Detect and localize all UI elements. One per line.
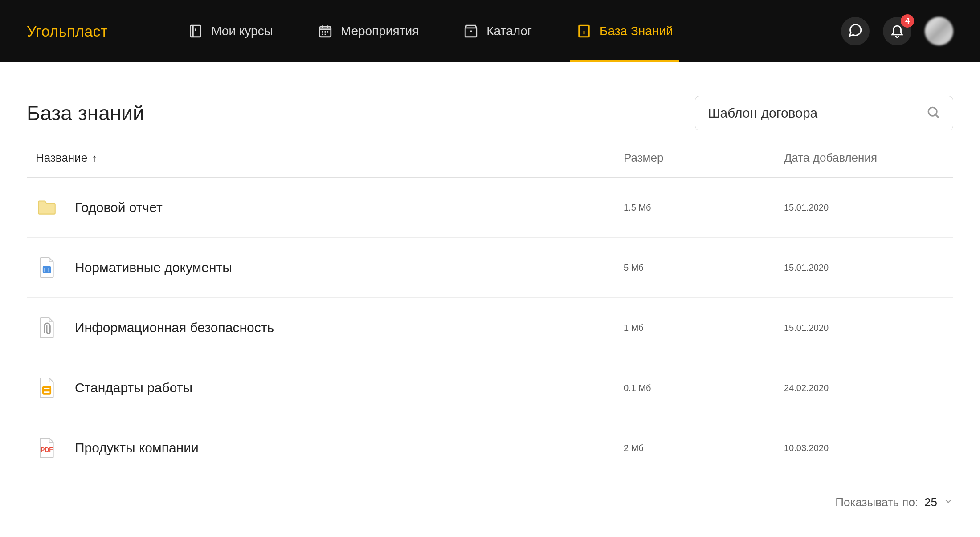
brand-logo[interactable]: Угольпласт (27, 23, 108, 40)
nav-knowledge-base[interactable]: База Знаний (576, 0, 673, 62)
file-size: 1.5 Мб (624, 203, 784, 213)
search-icon (926, 105, 940, 121)
col-name-label: Название (36, 151, 87, 165)
nav-my-courses[interactable]: Мои курсы (188, 0, 273, 62)
file-name: Продукты компании (75, 440, 199, 456)
main-nav: Мои курсы Мероприятия Каталог База Знани… (188, 0, 841, 62)
chevron-down-icon[interactable] (943, 496, 953, 509)
file-size: 1 Мб (624, 323, 784, 333)
file-name: Стандарты работы (75, 380, 192, 395)
svg-rect-2 (466, 28, 477, 37)
table-row[interactable]: Годовой отчет 1.5 Мб 15.01.2020 (27, 178, 953, 238)
col-date-label: Дата добавления (784, 151, 877, 165)
notification-badge: 4 (901, 14, 914, 28)
nav-label: Каталог (486, 24, 532, 38)
col-size-label: Размер (624, 151, 663, 165)
col-name[interactable]: Название ↑ (36, 151, 624, 165)
search-input[interactable] (708, 106, 923, 121)
file-size: 2 Мб (624, 443, 784, 453)
file-name: Нормативные документы (75, 260, 232, 275)
chat-button[interactable] (841, 17, 870, 45)
svg-point-4 (928, 107, 937, 116)
file-date: 10.03.2020 (784, 443, 944, 453)
file-size: 0.1 Мб (624, 383, 784, 393)
col-date[interactable]: Дата добавления (784, 151, 944, 165)
table-row[interactable]: PDF Продукты компании 2 Мб 10.03.2020 (27, 418, 953, 478)
nav-events[interactable]: Мероприятия (318, 0, 419, 62)
col-size[interactable]: Размер (624, 151, 784, 165)
avatar[interactable] (925, 17, 953, 45)
folder-icon (36, 195, 58, 220)
file-date: 15.01.2020 (784, 323, 944, 333)
file-date: 24.02.2020 (784, 383, 944, 393)
doc-orange-icon (36, 376, 58, 400)
file-name: Информационная безопасность (75, 320, 274, 335)
table-row[interactable]: Информационная безопасность 1 Мб 15.01.2… (27, 298, 953, 358)
sort-arrow-up-icon: ↑ (92, 152, 97, 164)
file-date: 15.01.2020 (784, 263, 944, 273)
pager-label: Показывать по: (835, 496, 918, 509)
svg-rect-7 (43, 389, 51, 392)
pdf-icon: PDF (36, 436, 58, 460)
doc-icon (36, 256, 58, 280)
main-content: База знаний Название ↑ Размер Дата добав… (0, 62, 980, 478)
box-icon (463, 24, 478, 39)
pager-value[interactable]: 25 (924, 496, 937, 509)
calendar-icon (318, 24, 333, 39)
table-header: Название ↑ Размер Дата добавления (27, 151, 953, 178)
page-title: База знаний (27, 101, 144, 125)
nav-label: Мероприятия (341, 24, 419, 38)
nav-label: Мои курсы (211, 24, 273, 38)
chat-icon (848, 23, 863, 40)
pager: Показывать по: 25 (0, 482, 980, 509)
search-box[interactable] (695, 96, 953, 130)
file-size: 5 Мб (624, 263, 784, 273)
nav-catalog[interactable]: Каталог (463, 0, 532, 62)
table-row[interactable]: Стандарты работы 0.1 Мб 24.02.2020 (27, 358, 953, 418)
text-caret (923, 105, 923, 122)
header-actions: 4 (841, 17, 953, 45)
app-header: Угольпласт Мои курсы Мероприятия Каталог (0, 0, 980, 62)
file-name: Годовой отчет (75, 200, 163, 215)
notifications-button[interactable]: 4 (883, 17, 911, 45)
svg-text:PDF: PDF (41, 447, 53, 453)
table-row[interactable]: Нормативные документы 5 Мб 15.01.2020 (27, 238, 953, 298)
nav-label: База Знаний (600, 24, 673, 38)
page-top-bar: База знаний (27, 96, 953, 130)
file-date: 15.01.2020 (784, 203, 944, 213)
book-icon (188, 24, 203, 39)
doc-attachment-icon (36, 316, 58, 340)
info-icon (576, 24, 592, 39)
